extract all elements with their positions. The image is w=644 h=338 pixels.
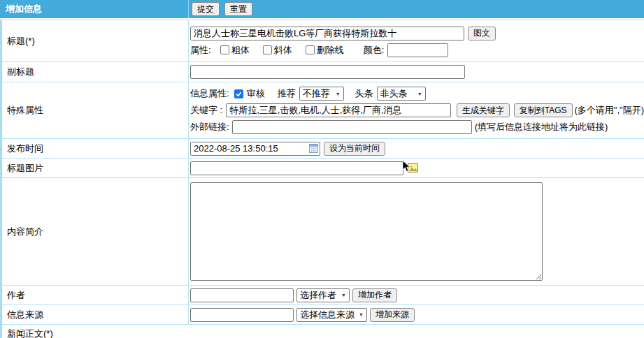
special-attrs-label: 特殊属性	[2, 82, 189, 138]
keywords-line: 关键字 : 生成关键字 复制到TAGS (多个请用","隔开)	[190, 103, 644, 117]
row-news-body: 新闻正文(*)	[2, 325, 644, 338]
info-attr-label: 信息属性:	[190, 87, 229, 100]
add-author-button[interactable]: 增加作者	[352, 288, 397, 302]
add-source-button[interactable]: 增加来源	[370, 308, 415, 322]
form-table: 标题(*) 图文 属性: 粗体 斜体 删除线 颜色:	[0, 20, 644, 338]
submit-button[interactable]: 提交	[192, 2, 220, 16]
source-select[interactable]: 选择信息来源 ▼	[296, 308, 367, 322]
generate-keywords-button[interactable]: 生成关键字	[457, 103, 510, 117]
external-link-line: 外部链接: (填写后信息连接地址将为此链接)	[190, 120, 644, 134]
copy-to-tags-button[interactable]: 复制到TAGS	[514, 103, 573, 117]
headline-select[interactable]: 非头条 ▼	[377, 87, 426, 101]
author-select[interactable]: 选择作者 ▼	[296, 288, 350, 302]
italic-label: 斜体	[274, 44, 292, 57]
row-title: 标题(*) 图文 属性: 粗体 斜体 删除线 颜色:	[2, 20, 644, 62]
mouse-cursor-icon	[402, 160, 410, 172]
external-link-input[interactable]	[232, 120, 472, 134]
title-label: 标题(*)	[2, 20, 189, 61]
summary-label: 内容简介	[2, 178, 189, 285]
title-image-input[interactable]	[190, 161, 403, 175]
author-input[interactable]	[190, 288, 294, 302]
info-attr-line: 信息属性: 审核 推荐 不推荐 ▼ 头条 非头条 ▼	[190, 87, 644, 101]
audit-checkbox[interactable]	[234, 89, 243, 98]
author-select-value: 选择作者	[300, 289, 336, 302]
chevron-down-icon: ▼	[333, 91, 341, 96]
add-info-page: 增加信息 提交 重置 标题(*) 图文 属性: 粗体 斜体	[0, 0, 644, 338]
strike-checkbox[interactable]	[306, 45, 315, 54]
attr-label: 属性:	[190, 44, 211, 57]
row-special-attrs: 特殊属性 信息属性: 审核 推荐 不推荐 ▼ 头条	[2, 82, 644, 139]
recommend-label: 推荐	[278, 87, 296, 100]
chevron-down-icon: ▼	[415, 91, 422, 96]
color-label: 颜色:	[364, 44, 385, 57]
external-link-note: (填写后信息连接地址将为此链接)	[475, 121, 608, 133]
publish-time-label: 发布时间	[2, 139, 189, 158]
row-publish-time: 发布时间 设为当前时间	[2, 139, 644, 159]
summary-textarea[interactable]	[190, 182, 543, 281]
keywords-input[interactable]	[226, 103, 450, 117]
title-input[interactable]	[190, 27, 464, 41]
calendar-icon[interactable]	[309, 144, 318, 153]
headline-select-value: 非头条	[380, 87, 408, 100]
form-header: 增加信息 提交 重置	[0, 0, 644, 20]
chevron-down-icon: ▼	[338, 293, 346, 297]
recommend-select[interactable]: 不推荐 ▼	[299, 87, 344, 101]
imgtext-button[interactable]: 图文	[468, 27, 496, 41]
set-current-time-button[interactable]: 设为当前时间	[324, 142, 385, 156]
keywords-label: 关键字 :	[190, 104, 222, 117]
publish-time-input[interactable]	[190, 142, 320, 156]
row-subtitle: 副标题	[2, 62, 644, 82]
keywords-note: (多个请用","隔开)	[575, 104, 644, 117]
checkmark-icon	[235, 90, 243, 98]
source-select-value: 选择信息来源	[300, 309, 355, 321]
row-summary: 内容简介	[2, 178, 644, 286]
subtitle-label: 副标题	[2, 62, 189, 82]
source-input[interactable]	[190, 308, 294, 322]
headline-label: 头条	[355, 87, 373, 100]
subtitle-input[interactable]	[190, 65, 465, 79]
row-title-image: 标题图片	[2, 159, 644, 178]
row-source: 信息来源 选择信息来源 ▼ 增加来源	[2, 305, 644, 325]
strike-label: 删除线	[317, 44, 344, 57]
chevron-down-icon: ▼	[356, 312, 364, 317]
color-input[interactable]	[387, 43, 448, 57]
italic-checkbox[interactable]	[263, 45, 272, 54]
title-image-label: 标题图片	[2, 159, 189, 177]
header-actions: 提交 重置	[192, 2, 252, 16]
bold-label: 粗体	[231, 44, 250, 57]
news-body-label: 新闻正文(*)	[2, 325, 189, 338]
source-label: 信息来源	[2, 305, 189, 324]
recommend-select-value: 不推荐	[303, 87, 330, 100]
bold-checkbox[interactable]	[220, 45, 229, 54]
row-author: 作者 选择作者 ▼ 增加作者	[2, 286, 644, 305]
page-title: 增加信息	[0, 0, 189, 18]
external-link-label: 外部链接:	[190, 121, 229, 133]
reset-button[interactable]: 重置	[224, 2, 252, 16]
author-label: 作者	[2, 286, 189, 304]
audit-label: 审核	[247, 87, 265, 100]
